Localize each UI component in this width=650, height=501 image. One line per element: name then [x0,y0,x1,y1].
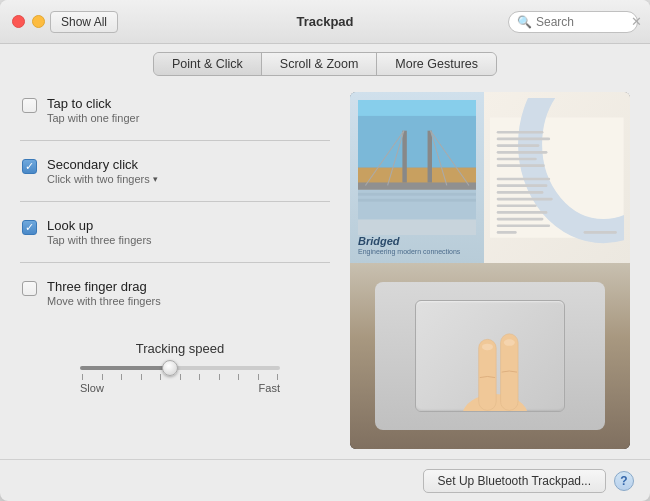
svg-rect-20 [497,178,550,181]
svg-rect-24 [497,204,537,207]
tap-to-click-checkbox[interactable] [22,98,37,113]
bridge-svg [358,100,476,235]
bridge-image [358,100,476,235]
three-finger-drag-row: Three finger drag Move with three finger… [20,275,330,311]
trackpad-device [375,282,605,431]
svg-rect-21 [497,184,548,187]
svg-rect-19 [497,164,545,167]
look-up-checkbox[interactable]: ✓ [22,220,37,235]
svg-rect-25 [497,211,548,214]
svg-rect-27 [497,224,550,227]
tabbar: Point & Click Scroll & Zoom More Gesture… [0,44,650,82]
show-all-button[interactable]: Show All [50,11,118,33]
content-area: Tap to click Tap with one finger ✓ Secon… [0,82,650,459]
svg-rect-18 [497,158,537,161]
clear-search-icon[interactable]: ✕ [631,14,642,29]
look-up-row: ✓ Look up Tap with three fingers [20,214,330,250]
slider-track [80,366,280,370]
search-input[interactable] [536,15,631,29]
svg-rect-28 [497,231,517,234]
svg-rect-11 [358,199,476,202]
magazine-left-page: Bridged Engineering modern connections [350,92,484,263]
bluetooth-button[interactable]: Set Up Bluetooth Trackpad... [423,469,606,493]
slider-container: Slow Fast [30,366,330,394]
tap-to-click-sublabel: Tap with one finger [47,112,139,124]
secondary-click-checkbox[interactable]: ✓ [22,159,37,174]
svg-rect-3 [402,131,406,183]
slider-thumb[interactable] [162,360,178,376]
divider-3 [20,262,330,263]
secondary-click-label: Secondary click [47,157,158,172]
svg-rect-22 [497,191,544,194]
trackpad-surface [415,300,564,411]
tab-point-click[interactable]: Point & Click [154,53,262,75]
close-button[interactable] [12,15,25,28]
tracking-label: Tracking speed [30,341,330,356]
preview-container: Bridged Engineering modern connections [350,92,630,449]
svg-point-33 [482,344,493,351]
minimize-button[interactable] [32,15,45,28]
titlebar: Show All Trackpad 🔍 ✕ [0,0,650,44]
secondary-click-sublabel: Click with two fingers ▾ [47,173,158,185]
svg-rect-0 [358,116,476,168]
trackpad-window: Show All Trackpad 🔍 ✕ Point & Click Scro… [0,0,650,501]
secondary-click-row: ✓ Secondary click Click with two fingers… [20,153,330,189]
svg-rect-4 [428,131,432,183]
svg-rect-23 [497,198,553,201]
hand-svg [416,301,563,410]
three-finger-drag-label: Three finger drag [47,279,161,294]
arch-svg [490,98,624,257]
divider-1 [20,140,330,141]
svg-point-34 [504,340,515,347]
search-icon: 🔍 [517,15,532,29]
svg-rect-14 [497,131,544,134]
preview-panel: Bridged Engineering modern connections [350,92,630,449]
help-button[interactable]: ? [614,471,634,491]
svg-rect-17 [497,151,548,154]
look-up-label: Look up [47,218,152,233]
tab-more-gestures[interactable]: More Gestures [377,53,496,75]
look-up-sublabel: Tap with three fingers [47,234,152,246]
slider-ticks [80,374,280,380]
slider-fast-label: Fast [259,382,280,394]
magazine-right-page [484,92,630,263]
svg-rect-26 [497,218,544,221]
magazine-subtitle: Engineering modern connections [358,248,476,255]
magazine-title: Bridged [358,235,476,247]
svg-rect-10 [358,193,476,196]
slider-slow-label: Slow [80,382,104,394]
svg-rect-16 [497,144,540,147]
svg-rect-2 [358,182,476,189]
tracking-section: Tracking speed [20,341,330,394]
tab-group: Point & Click Scroll & Zoom More Gesture… [153,52,497,76]
tap-to-click-row: Tap to click Tap with one finger [20,92,330,128]
options-panel: Tap to click Tap with one finger ✓ Secon… [20,92,330,449]
preview-hand [350,263,630,449]
window-title: Trackpad [296,14,353,29]
footer: Set Up Bluetooth Trackpad... ? [0,459,650,501]
tab-scroll-zoom[interactable]: Scroll & Zoom [262,53,378,75]
tap-to-click-label: Tap to click [47,96,139,111]
svg-rect-29 [584,231,617,234]
three-finger-drag-checkbox[interactable] [22,281,37,296]
svg-rect-15 [497,138,550,141]
three-finger-drag-sublabel: Move with three fingers [47,295,161,307]
slider-labels: Slow Fast [80,382,280,394]
divider-2 [20,201,330,202]
secondary-click-chevron[interactable]: ▾ [153,174,158,184]
preview-magazine: Bridged Engineering modern connections [350,92,630,263]
search-box: 🔍 ✕ [508,11,638,33]
